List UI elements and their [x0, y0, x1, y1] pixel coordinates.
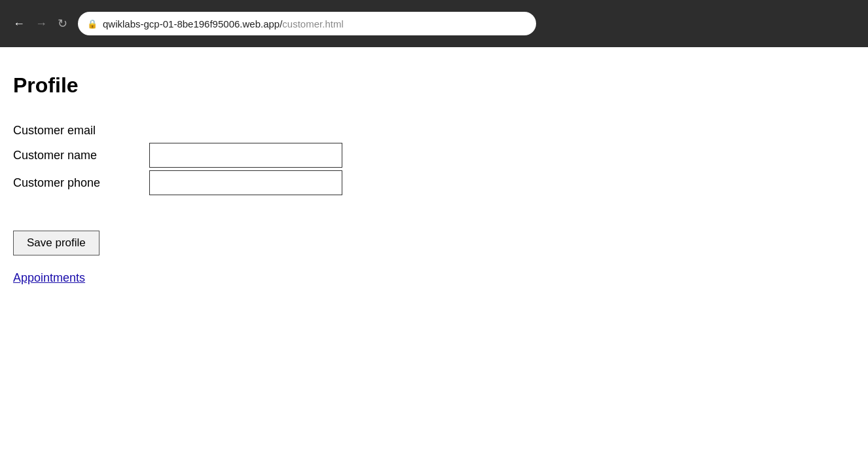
forward-button[interactable]: →	[33, 15, 50, 32]
page-title: Profile	[13, 73, 855, 98]
email-label: Customer email	[13, 124, 855, 138]
name-row: Customer name	[13, 143, 855, 168]
nav-buttons: ← → ↻	[10, 15, 70, 32]
phone-row: Customer phone	[13, 170, 855, 195]
phone-input[interactable]	[149, 170, 342, 195]
url-display: qwiklabs-gcp-01-8be196f95006.web.app/cus…	[103, 18, 344, 29]
form-section: Customer email Customer name Customer ph…	[13, 124, 855, 198]
lock-icon: 🔒	[87, 19, 98, 29]
appointments-link[interactable]: Appointments	[13, 271, 85, 285]
address-bar[interactable]: 🔒 qwiklabs-gcp-01-8be196f95006.web.app/c…	[78, 12, 536, 35]
save-profile-button[interactable]: Save profile	[13, 231, 99, 255]
reload-button[interactable]: ↻	[55, 15, 70, 32]
url-base: qwiklabs-gcp-01-8be196f95006.web.app/	[103, 18, 282, 29]
url-path: customer.html	[282, 18, 343, 29]
name-input[interactable]	[149, 143, 342, 168]
phone-label: Customer phone	[13, 176, 144, 190]
browser-chrome: ← → ↻ 🔒 qwiklabs-gcp-01-8be196f95006.web…	[0, 0, 868, 47]
name-label: Customer name	[13, 149, 144, 162]
page-content: Profile Customer email Customer name Cus…	[0, 47, 868, 452]
back-button[interactable]: ←	[10, 15, 27, 32]
